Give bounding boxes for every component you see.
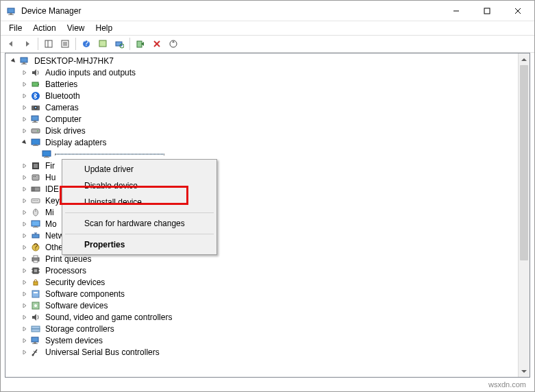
tree-root[interactable]: DESKTOP-MHJ7HK7 <box>5 55 518 66</box>
scroll-down-button[interactable] <box>519 365 530 377</box>
svg-rect-2 <box>8 14 14 15</box>
system-icon <box>30 335 41 346</box>
tree-category[interactable]: Software devices <box>5 299 518 311</box>
tree-category[interactable]: Audio inputs and outputs <box>5 66 518 78</box>
expand-toggle[interactable] <box>19 90 30 101</box>
expand-toggle[interactable] <box>19 79 30 90</box>
expand-toggle[interactable] <box>19 230 30 241</box>
update-driver-button[interactable] <box>166 36 181 51</box>
svg-rect-36 <box>32 139 40 145</box>
svg-rect-82 <box>34 342 36 343</box>
expand-toggle[interactable] <box>19 184 30 195</box>
category-label: Audio inputs and outputs <box>44 68 137 77</box>
tree-category[interactable]: Batteries <box>5 78 518 90</box>
menu-action[interactable]: Action <box>27 22 61 34</box>
watermark: wsxdn.com <box>488 380 526 389</box>
expand-toggle[interactable] <box>19 242 30 253</box>
help-button[interactable]: ? <box>79 36 94 51</box>
category-label: Software devices <box>44 301 109 310</box>
scan-hardware-button[interactable] <box>112 36 127 51</box>
forward-button[interactable] <box>20 36 35 51</box>
swdev-icon <box>30 300 41 311</box>
other-icon: ? <box>30 242 41 253</box>
tree-category[interactable]: Display adapters <box>5 136 518 148</box>
svg-rect-76 <box>34 292 38 293</box>
context-menu-item[interactable]: Scan for hardware changes <box>64 215 215 232</box>
back-button[interactable] <box>3 36 18 51</box>
menu-help[interactable]: Help <box>90 22 119 34</box>
toolbar: ? <box>1 35 534 53</box>
expand-toggle[interactable] <box>19 102 30 113</box>
expand-toggle[interactable] <box>19 265 30 276</box>
scroll-thumb[interactable] <box>520 65 528 260</box>
bluetooth-icon <box>30 90 41 101</box>
svg-rect-59 <box>33 227 38 228</box>
tree-category[interactable]: Computer <box>5 113 518 125</box>
tree-category[interactable]: Bluetooth <box>5 90 518 101</box>
tree-category[interactable]: Sound, video and game controllers <box>5 311 518 323</box>
show-hide-tree-button[interactable] <box>41 36 56 51</box>
tree-category[interactable]: Security devices <box>5 276 518 288</box>
action-icon-button[interactable] <box>95 36 110 51</box>
uninstall-device-button[interactable] <box>149 36 164 51</box>
display-icon <box>41 149 52 160</box>
expand-toggle[interactable] <box>19 254 30 265</box>
swcomp-icon <box>30 289 41 299</box>
svg-rect-75 <box>32 291 39 297</box>
tree-category[interactable]: Disk drives <box>5 125 518 136</box>
menubar: File Action View Help <box>1 21 534 35</box>
minimize-button[interactable] <box>440 1 471 21</box>
expand-toggle[interactable] <box>19 312 30 323</box>
expand-toggle[interactable] <box>19 67 30 78</box>
expand-toggle[interactable] <box>19 207 30 218</box>
menu-view[interactable]: View <box>62 22 90 34</box>
vertical-scrollbar[interactable] <box>518 53 530 377</box>
expand-toggle[interactable] <box>19 335 30 346</box>
cpu-icon <box>30 265 41 276</box>
expand-toggle[interactable] <box>19 323 30 334</box>
svg-rect-53 <box>36 200 36 201</box>
device-label <box>55 154 164 155</box>
expand-toggle[interactable] <box>19 114 30 125</box>
expand-toggle[interactable] <box>8 56 19 66</box>
expand-toggle[interactable] <box>19 289 30 299</box>
svg-rect-23 <box>23 62 25 64</box>
expand-toggle[interactable] <box>19 219 30 230</box>
svg-rect-31 <box>32 116 38 121</box>
svg-rect-39 <box>42 151 51 156</box>
properties-button[interactable] <box>58 36 73 51</box>
svg-rect-69 <box>34 269 37 272</box>
tree-category[interactable]: Universal Serial Bus controllers <box>5 346 518 358</box>
expand-toggle[interactable] <box>19 277 30 288</box>
tree-category[interactable]: Storage controllers <box>5 323 518 334</box>
context-menu-item[interactable]: Update driver <box>64 161 215 177</box>
tree-category[interactable]: Processors <box>5 265 518 276</box>
expand-toggle[interactable] <box>19 300 30 311</box>
maximize-button[interactable] <box>471 1 502 21</box>
category-label: Storage controllers <box>44 324 116 334</box>
svg-rect-74 <box>34 282 38 285</box>
close-button[interactable] <box>502 1 533 21</box>
expand-toggle[interactable] <box>19 137 30 148</box>
expand-toggle[interactable] <box>19 347 30 358</box>
expand-toggle[interactable] <box>19 195 30 206</box>
context-menu-item[interactable]: Uninstall device <box>64 194 215 210</box>
category-label: Hu <box>44 173 57 182</box>
tree-category[interactable]: Cameras <box>5 101 518 113</box>
context-menu-item[interactable]: Properties <box>64 236 215 253</box>
tree-category[interactable]: System devices <box>5 334 518 346</box>
expand-toggle[interactable] <box>19 172 30 183</box>
expand-toggle[interactable] <box>19 125 30 136</box>
tree-device[interactable] <box>5 148 518 160</box>
camera-icon <box>30 102 41 113</box>
hid-icon <box>30 172 41 183</box>
context-menu-item[interactable]: Disable device <box>64 177 215 194</box>
expand-toggle[interactable] <box>19 160 30 171</box>
scroll-up-button[interactable] <box>519 53 530 65</box>
svg-rect-25 <box>32 82 38 86</box>
svg-rect-1 <box>10 13 12 14</box>
menu-file[interactable]: File <box>3 22 27 34</box>
svg-rect-40 <box>45 156 48 157</box>
tree-category[interactable]: Software components <box>5 288 518 299</box>
enable-device-button[interactable] <box>133 36 148 51</box>
